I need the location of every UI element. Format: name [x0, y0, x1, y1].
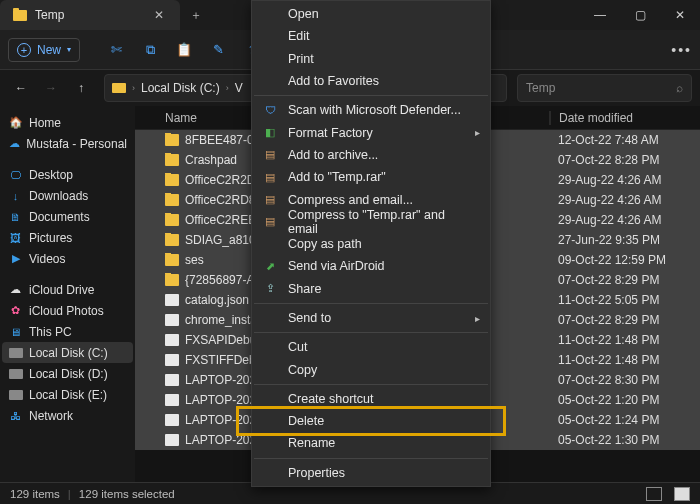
- view-list-button[interactable]: [646, 487, 662, 501]
- sidebar-item-icloud-photos[interactable]: ✿iCloud Photos: [2, 300, 133, 321]
- plus-icon: +: [17, 43, 31, 57]
- tab-title: Temp: [35, 8, 64, 22]
- ctx-add-temp-rar[interactable]: ▤Add to "Temp.rar": [252, 166, 490, 188]
- file-date: 05-Oct-22 1:30 PM: [550, 433, 700, 447]
- sidebar-item-disk-e[interactable]: Local Disk (E:): [2, 384, 133, 405]
- file-date: 11-Oct-22 1:48 PM: [550, 333, 700, 347]
- disk-icon: [8, 366, 23, 381]
- sidebar-item-downloads[interactable]: ↓Downloads: [2, 185, 133, 206]
- separator: |: [68, 488, 71, 500]
- file-name: Crashpad: [185, 153, 237, 167]
- file-date: 11-Oct-22 5:05 PM: [550, 293, 700, 307]
- sidebar-item-label: Mustafa - Personal: [26, 137, 127, 151]
- sidebar-item-home[interactable]: 🏠Home: [2, 112, 133, 133]
- paste-button[interactable]: 📋: [170, 36, 198, 64]
- ctx-send-to[interactable]: Send to▸: [252, 307, 490, 329]
- sidebar-item-label: Pictures: [29, 231, 72, 245]
- sidebar-item-network[interactable]: 🖧Network: [2, 405, 133, 426]
- ctx-edit[interactable]: Edit: [252, 25, 490, 47]
- icloud-icon: ☁: [8, 282, 23, 297]
- file-date: 09-Oct-22 12:59 PM: [550, 253, 700, 267]
- search-icon: ⌕: [676, 81, 683, 95]
- file-date: 07-Oct-22 8:30 PM: [550, 373, 700, 387]
- sidebar-item-disk-d[interactable]: Local Disk (D:): [2, 363, 133, 384]
- folder-icon: [165, 174, 179, 186]
- ctx-add-archive[interactable]: ▤Add to archive...: [252, 144, 490, 166]
- desktop-icon: 🖵: [8, 167, 23, 182]
- back-button[interactable]: ←: [8, 75, 34, 101]
- sidebar-item-documents[interactable]: 🗎Documents: [2, 206, 133, 227]
- sidebar-item-user[interactable]: ☁Mustafa - Personal: [2, 133, 133, 154]
- sidebar-item-disk-c[interactable]: Local Disk (C:): [2, 342, 133, 363]
- chevron-right-icon: ›: [132, 83, 135, 93]
- sidebar-item-this-pc[interactable]: 🖥This PC: [2, 321, 133, 342]
- cut-button[interactable]: ✄: [102, 36, 130, 64]
- file-date: 05-Oct-22 1:24 PM: [550, 413, 700, 427]
- folder-icon: [12, 8, 27, 23]
- ctx-send-airdroid[interactable]: ⬈Send via AirDroid: [252, 255, 490, 277]
- ctx-add-favorites[interactable]: Add to Favorites: [252, 70, 490, 92]
- share-icon: ⇪: [262, 281, 278, 297]
- column-header-date[interactable]: Date modified: [550, 111, 700, 125]
- chevron-right-icon: ▸: [475, 127, 480, 138]
- sidebar-item-label: Local Disk (C:): [29, 346, 108, 360]
- breadcrumb[interactable]: Local Disk (C:): [141, 81, 220, 95]
- maximize-button[interactable]: ▢: [620, 0, 660, 30]
- downloads-icon: ↓: [8, 188, 23, 203]
- file-date: 11-Oct-22 1:48 PM: [550, 353, 700, 367]
- folder-icon: [165, 274, 179, 286]
- home-icon: 🏠: [8, 115, 23, 130]
- ctx-copy[interactable]: Copy: [252, 358, 490, 380]
- sidebar-item-label: Downloads: [29, 189, 88, 203]
- ctx-share[interactable]: ⇪Share: [252, 278, 490, 300]
- search-input[interactable]: Temp ⌕: [517, 74, 692, 102]
- ctx-print[interactable]: Print: [252, 48, 490, 70]
- file-date: 07-Oct-22 8:28 PM: [550, 153, 700, 167]
- sidebar-item-videos[interactable]: ▶Videos: [2, 248, 133, 269]
- more-button[interactable]: •••: [671, 42, 692, 58]
- folder-icon: [165, 194, 179, 206]
- ctx-create-shortcut[interactable]: Create shortcut: [252, 388, 490, 410]
- pictures-icon: 🖼: [8, 230, 23, 245]
- window-tab[interactable]: Temp ✕: [0, 0, 180, 30]
- rename-button[interactable]: ✎: [204, 36, 232, 64]
- ctx-compress-temp-email[interactable]: ▤Compress to "Temp.rar" and email: [252, 211, 490, 233]
- documents-icon: 🗎: [8, 209, 23, 224]
- view-grid-button[interactable]: [674, 487, 690, 501]
- folder-icon: [165, 234, 179, 246]
- copy-button[interactable]: ⧉: [136, 36, 164, 64]
- file-icon: [165, 434, 179, 446]
- new-button[interactable]: + New ▾: [8, 38, 80, 62]
- up-button[interactable]: ↑: [68, 75, 94, 101]
- breadcrumb[interactable]: V: [235, 81, 243, 95]
- sidebar-item-pictures[interactable]: 🖼Pictures: [2, 227, 133, 248]
- file-icon: [165, 314, 179, 326]
- sidebar-item-label: Videos: [29, 252, 65, 266]
- new-tab-button[interactable]: ＋: [180, 7, 212, 24]
- search-placeholder: Temp: [526, 81, 670, 95]
- ctx-copy-as-path[interactable]: Copy as path: [252, 233, 490, 255]
- file-icon: [165, 414, 179, 426]
- folder-icon: [165, 134, 179, 146]
- ctx-scan-defender[interactable]: 🛡Scan with Microsoft Defender...: [252, 99, 490, 121]
- close-window-button[interactable]: ✕: [660, 0, 700, 30]
- ctx-rename[interactable]: Rename: [252, 432, 490, 454]
- sidebar-item-icloud-drive[interactable]: ☁iCloud Drive: [2, 279, 133, 300]
- ctx-cut[interactable]: Cut: [252, 336, 490, 358]
- sidebar-item-desktop[interactable]: 🖵Desktop: [2, 164, 133, 185]
- minimize-button[interactable]: ―: [580, 0, 620, 30]
- file-icon: [165, 354, 179, 366]
- ctx-format-factory[interactable]: ◧Format Factory▸: [252, 121, 490, 143]
- ctx-open[interactable]: Open: [252, 3, 490, 25]
- folder-icon: [165, 254, 179, 266]
- sidebar-item-label: Desktop: [29, 168, 73, 182]
- drive-icon: [111, 81, 126, 96]
- file-name: OfficeC2RD8: [185, 193, 255, 207]
- disk-icon: [8, 387, 23, 402]
- sidebar: 🏠Home ☁Mustafa - Personal 🖵Desktop ↓Down…: [0, 106, 135, 482]
- ctx-properties[interactable]: Properties: [252, 462, 490, 484]
- forward-button[interactable]: →: [38, 75, 64, 101]
- close-tab-icon[interactable]: ✕: [150, 4, 168, 26]
- ctx-delete[interactable]: Delete: [252, 410, 490, 432]
- file-date: 29-Aug-22 4:26 AM: [550, 193, 700, 207]
